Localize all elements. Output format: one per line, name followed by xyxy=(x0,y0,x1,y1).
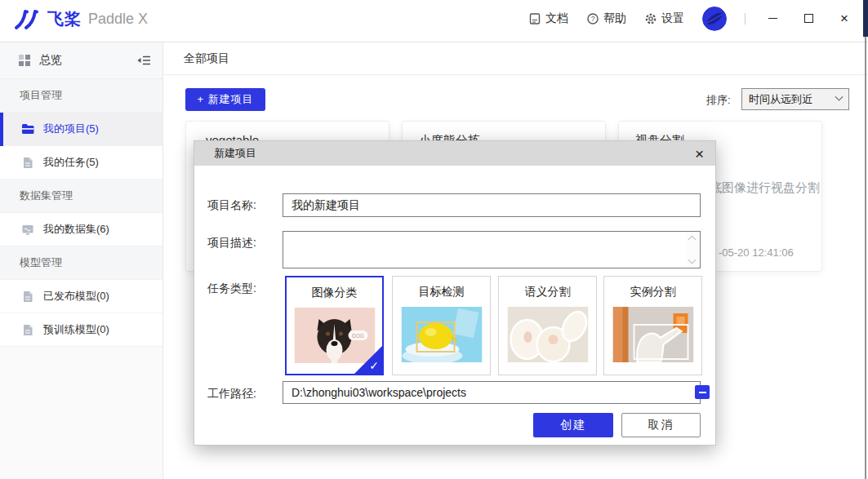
nav-docs[interactable]: 文档 xyxy=(528,11,568,26)
user-avatar[interactable] xyxy=(702,7,727,31)
file-icon xyxy=(21,291,34,303)
check-icon: ✓ xyxy=(369,359,379,372)
sidebar-item-label: 我的数据集(6) xyxy=(43,222,109,237)
new-project-button[interactable]: + 新建项目 xyxy=(185,88,265,111)
task-title: 实例分割 xyxy=(604,285,701,299)
sidebar: 总览 项目管理 我的项目(5) 我的任务(5) 数据集管理 我的数据集(6) 模… xyxy=(0,42,163,479)
textarea-scrollbar[interactable] xyxy=(686,233,699,267)
task-card-instance-segmentation[interactable]: 实例分割 xyxy=(603,276,702,375)
chevron-down-icon xyxy=(835,93,844,101)
detection-sample-image xyxy=(401,307,482,362)
folder-icon xyxy=(699,392,706,393)
semantic-sample-image xyxy=(507,307,588,362)
app-logo: 飞桨 Paddle X xyxy=(13,8,148,30)
help-icon: ? xyxy=(586,12,599,25)
scroll-down-icon[interactable] xyxy=(688,256,697,264)
nav-docs-label: 文档 xyxy=(545,11,568,26)
logo-text-cn: 飞桨 xyxy=(47,8,82,30)
window-divider xyxy=(745,13,746,24)
gear-icon xyxy=(644,12,657,25)
sidebar-section-projects: 项目管理 xyxy=(0,79,162,113)
svg-text:?: ? xyxy=(591,15,595,23)
sidebar-section-models: 模型管理 xyxy=(0,246,162,280)
file-icon xyxy=(21,324,34,336)
browse-folder-button[interactable] xyxy=(695,385,710,399)
sidebar-item-pretrained-models[interactable]: 预训练模型(0) xyxy=(0,313,162,347)
nav-help[interactable]: ? 帮助 xyxy=(586,11,626,26)
sidebar-item-my-projects[interactable]: 我的项目(5) xyxy=(0,113,162,146)
task-title: 目标检测 xyxy=(393,285,490,299)
overview-grid-icon xyxy=(18,54,31,67)
sort-dropdown[interactable]: 时间从远到近 xyxy=(741,88,849,110)
sort-dropdown-value: 时间从远到近 xyxy=(749,92,812,107)
project-description: 底图像进行视盘分割 xyxy=(710,180,820,196)
sidebar-section-datasets: 数据集管理 xyxy=(0,180,162,213)
task-card-image-classification[interactable]: 图像分类 DOG ✓ xyxy=(285,276,384,375)
project-desc-label: 项目描述: xyxy=(207,236,256,251)
modal-title: 新建项目 xyxy=(214,146,695,161)
instance-sample-image xyxy=(612,307,693,362)
sort-label: 排序: xyxy=(706,93,731,108)
avatar-paddle-icon xyxy=(702,7,727,31)
scroll-up-icon[interactable] xyxy=(688,236,697,244)
project-name-label: 项目名称: xyxy=(207,198,256,213)
sidebar-item-published-models[interactable]: 已发布模型(0) xyxy=(0,280,162,313)
breadcrumb: 全部项目 xyxy=(184,51,229,66)
modal-header: 新建项目 × xyxy=(194,141,715,166)
dataset-icon xyxy=(21,224,34,236)
sidebar-item-label: 已发布模型(0) xyxy=(43,289,109,304)
nav-settings[interactable]: 设置 xyxy=(644,11,684,26)
sidebar-collapse-icon[interactable] xyxy=(136,54,151,67)
task-card-object-detection[interactable]: 目标检测 xyxy=(392,276,491,375)
document-icon xyxy=(528,12,541,25)
task-card-semantic-segmentation[interactable]: 语义分割 xyxy=(498,276,597,375)
sidebar-item-label: 我的项目(5) xyxy=(43,122,99,136)
sidebar-item-label: 预训练模型(0) xyxy=(43,322,109,337)
minimize-button[interactable] xyxy=(763,10,781,28)
create-button[interactable]: 创建 xyxy=(533,413,613,437)
minimize-icon xyxy=(768,18,777,19)
task-title: 语义分割 xyxy=(499,285,596,299)
breadcrumb-bar: 全部项目 xyxy=(163,42,868,75)
new-project-modal: 新建项目 × 项目名称: 项目描述: 任务类型: 图像分类 DOG xyxy=(194,140,716,446)
window-close-button[interactable]: × xyxy=(835,10,853,28)
sidebar-item-overview[interactable]: 总览 xyxy=(39,53,136,68)
work-path-label: 工作路径: xyxy=(207,387,256,401)
file-icon xyxy=(21,157,34,169)
sidebar-item-my-datasets[interactable]: 我的数据集(6) xyxy=(0,213,162,246)
paddle-logo-icon xyxy=(13,9,44,30)
project-timestamp: -05-20 12:41:06 xyxy=(719,246,794,259)
task-type-label: 任务类型: xyxy=(207,282,256,296)
nav-help-label: 帮助 xyxy=(603,11,626,26)
dog-badge-label: DOG xyxy=(352,333,364,339)
topbar: 飞桨 Paddle X 文档 ? 帮助 设置 xyxy=(0,0,868,42)
nav-settings-label: 设置 xyxy=(661,11,684,26)
sidebar-item-my-tasks[interactable]: 我的任务(5) xyxy=(0,146,162,180)
folder-icon xyxy=(21,123,34,135)
work-path-input[interactable] xyxy=(283,381,701,404)
project-desc-textarea[interactable] xyxy=(283,231,701,268)
maximize-icon xyxy=(804,14,813,23)
scrollbar-thumb[interactable] xyxy=(863,0,868,37)
logo-text-en: Paddle X xyxy=(88,11,148,28)
modal-close-icon[interactable]: × xyxy=(695,146,704,162)
window-edge xyxy=(865,37,866,479)
sidebar-item-label: 我的任务(5) xyxy=(43,155,99,170)
cancel-button[interactable]: 取消 xyxy=(621,413,701,437)
task-title: 图像分类 xyxy=(287,286,382,300)
maximize-button[interactable] xyxy=(799,10,817,28)
window-close-icon: × xyxy=(840,11,848,25)
project-name-input[interactable] xyxy=(283,193,701,217)
